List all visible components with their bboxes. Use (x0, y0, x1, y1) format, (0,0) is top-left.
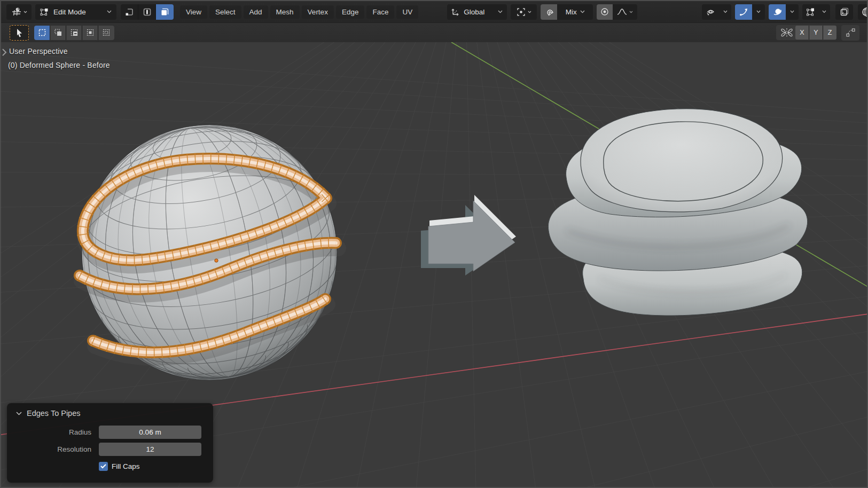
chevron-down-icon (528, 11, 531, 13)
mirror-butterfly-icon (780, 27, 793, 38)
overlays-group (769, 4, 799, 20)
pivot-point-dropdown[interactable] (511, 4, 537, 20)
radius-row: Radius 0.06 m (7, 426, 213, 439)
menu-select[interactable]: Select (209, 5, 241, 19)
transform-controls: Global Mix (447, 4, 637, 20)
arrow-object[interactable] (421, 195, 516, 276)
edited-sphere-object[interactable] (64, 108, 355, 397)
fill-caps-checkbox[interactable] (99, 462, 108, 471)
result-object[interactable] (548, 109, 807, 316)
viewport-header: Edit Mode (1, 1, 867, 22)
select-set-mode-button[interactable] (34, 26, 50, 40)
wireframe-shading-button[interactable] (858, 4, 867, 20)
radius-field[interactable]: 0.06 m (99, 426, 201, 439)
editmode-overlays-button[interactable] (802, 4, 818, 20)
gizmo-icon (739, 7, 748, 17)
vertex-select-mode-button[interactable] (121, 4, 138, 20)
chevron-down-icon (629, 11, 633, 13)
falloff-curve-icon (617, 8, 627, 15)
magnet-icon (545, 7, 553, 16)
mode-dropdown[interactable]: Edit Mode (35, 4, 116, 20)
select-intersect-mode-button[interactable] (98, 26, 114, 40)
auto-merge-toggle[interactable] (841, 25, 859, 41)
visibility-dropdown[interactable] (720, 4, 731, 20)
gizmos-group (735, 4, 765, 20)
overlays-icon (773, 7, 782, 17)
snap-mode-dropdown[interactable]: Mix (557, 4, 593, 20)
snapping-group: Mix (541, 4, 593, 20)
viewport-canvas[interactable]: User Perspective (0) Deformed Sphere - B… (1, 42, 867, 487)
snap-toggle-button[interactable] (541, 4, 557, 20)
transform-orientation-dropdown[interactable]: Global (447, 4, 507, 20)
chevron-down-icon (756, 10, 761, 13)
resolution-label: Resolution (7, 445, 99, 453)
proportional-edit-toggle[interactable] (597, 4, 613, 20)
viewport-display-controls (702, 4, 867, 20)
mirror-y-toggle[interactable]: Y (809, 26, 823, 40)
editmode-overlays-dropdown[interactable] (818, 4, 830, 20)
select-set-icon (38, 28, 46, 37)
scene-collection-label: (0) Deformed Sphere - Before (8, 61, 110, 69)
chevron-down-icon (580, 10, 585, 13)
object-type-visibility-button[interactable] (702, 4, 720, 20)
proportional-falloff-dropdown[interactable] (613, 4, 637, 20)
editor-type-button[interactable] (6, 4, 32, 20)
blender-window: Edit Mode (0, 0, 868, 488)
wireframe-globe-icon (862, 7, 867, 17)
tool-settings-bar: X Y Z (1, 22, 867, 42)
view-perspective-label: User Perspective (9, 47, 68, 56)
menu-edge[interactable]: Edge (336, 5, 365, 19)
toggle-xray-button[interactable] (835, 4, 853, 20)
overlays-dropdown[interactable] (786, 4, 799, 20)
toolbar-toggle-chevron[interactable] (1, 48, 7, 57)
edge-select-mode-button[interactable] (138, 4, 156, 20)
menu-view[interactable]: View (180, 5, 207, 19)
mirror-z-toggle[interactable]: Z (823, 26, 836, 40)
chevron-down-icon (498, 10, 503, 13)
menu-vertex[interactable]: Vertex (302, 5, 334, 19)
select-invert-mode-button[interactable] (82, 26, 98, 40)
visibility-eye-icon (706, 8, 716, 16)
select-invert-icon (86, 28, 95, 37)
menu-uv[interactable]: UV (396, 5, 418, 19)
menu-bar: View Select Add Mesh Vertex Edge Face UV (179, 5, 419, 19)
chevron-down-icon (24, 11, 27, 13)
radius-value: 0.06 m (139, 428, 161, 436)
mirror-x-toggle[interactable]: X (795, 26, 809, 40)
fill-caps-label: Fill Caps (112, 462, 140, 470)
resolution-value: 12 (146, 445, 154, 453)
symmetry-controls: X Y Z (776, 25, 859, 41)
face-select-mode-button[interactable] (156, 4, 174, 20)
edit-mode-icon (40, 7, 49, 17)
object-visibility-group (702, 4, 731, 20)
menu-add[interactable]: Add (244, 5, 268, 19)
active-tool-button[interactable] (10, 25, 29, 41)
object-origin-dot (215, 259, 218, 262)
editmode-overlays-group (802, 4, 830, 20)
mirror-axis-buttons: X Y Z (795, 26, 836, 40)
mirror-group: X Y Z (776, 25, 836, 40)
chevron-down-icon (822, 10, 826, 13)
select-extend-mode-button[interactable] (50, 26, 66, 40)
select-intersect-icon (102, 28, 111, 37)
mesh-select-mode-group (121, 4, 174, 20)
xray-icon (840, 7, 849, 17)
edit-mode-overlay-icon (806, 7, 815, 17)
resolution-row: Resolution 12 (7, 443, 213, 456)
select-subtract-mode-button[interactable] (66, 26, 82, 40)
resolution-field[interactable]: 12 (99, 443, 201, 456)
proportional-edit-group (597, 4, 637, 20)
gizmos-dropdown[interactable] (752, 4, 765, 20)
operator-panel: Edges To Pipes Radius 0.06 m Resolution … (7, 403, 213, 483)
show-gizmos-toggle[interactable] (735, 4, 752, 20)
operator-panel-header[interactable]: Edges To Pipes (7, 409, 213, 418)
viewport-editor-icon (11, 7, 22, 17)
fill-caps-row: Fill Caps (7, 462, 213, 471)
menu-mesh[interactable]: Mesh (270, 5, 300, 19)
proportional-edit-icon (600, 7, 609, 16)
chevron-down-icon (790, 10, 794, 13)
menu-face[interactable]: Face (366, 5, 394, 19)
mode-dropdown-label: Edit Mode (53, 8, 103, 16)
chevron-down-icon (723, 10, 728, 13)
show-overlays-toggle[interactable] (769, 4, 786, 20)
